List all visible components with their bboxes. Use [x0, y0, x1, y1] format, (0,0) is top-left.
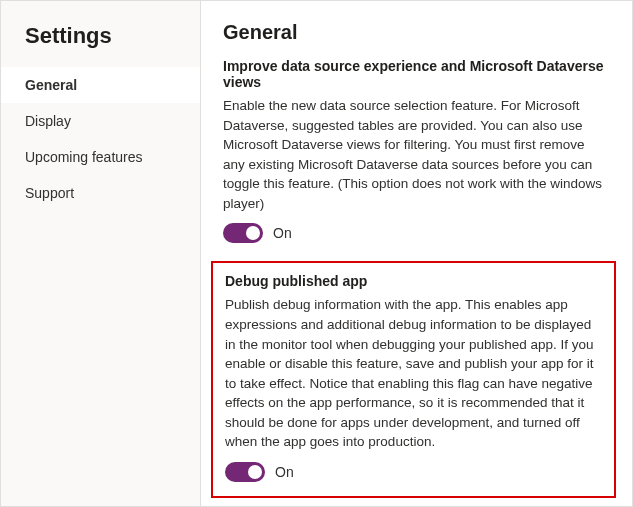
sidebar-item-label: General [25, 77, 77, 93]
section-improve-data-source: Improve data source experience and Micro… [223, 58, 610, 243]
sidebar-item-support[interactable]: Support [1, 175, 200, 211]
settings-app: Settings General Display Upcoming featur… [0, 0, 633, 507]
page-title: General [223, 21, 610, 44]
sidebar-item-upcoming-features[interactable]: Upcoming features [1, 139, 200, 175]
main-panel: General Improve data source experience a… [201, 1, 632, 506]
toggle-debug-published-app[interactable] [225, 462, 265, 482]
toggle-improve-data-source[interactable] [223, 223, 263, 243]
sidebar-title: Settings [1, 23, 200, 67]
sidebar: Settings General Display Upcoming featur… [1, 1, 201, 506]
sidebar-item-label: Upcoming features [25, 149, 143, 165]
sidebar-item-general[interactable]: General [1, 67, 200, 103]
toggle-knob [248, 465, 262, 479]
section-debug-published-app: Debug published app Publish debug inform… [211, 261, 616, 498]
section-description: Enable the new data source selection fea… [223, 96, 610, 213]
toggle-knob [246, 226, 260, 240]
toggle-row: On [225, 462, 602, 482]
sidebar-item-label: Display [25, 113, 71, 129]
section-title: Debug published app [225, 273, 602, 289]
sidebar-item-label: Support [25, 185, 74, 201]
toggle-state-label: On [273, 225, 292, 241]
sidebar-item-display[interactable]: Display [1, 103, 200, 139]
toggle-row: On [223, 223, 610, 243]
section-title: Improve data source experience and Micro… [223, 58, 610, 90]
toggle-state-label: On [275, 464, 294, 480]
section-description: Publish debug information with the app. … [225, 295, 602, 452]
